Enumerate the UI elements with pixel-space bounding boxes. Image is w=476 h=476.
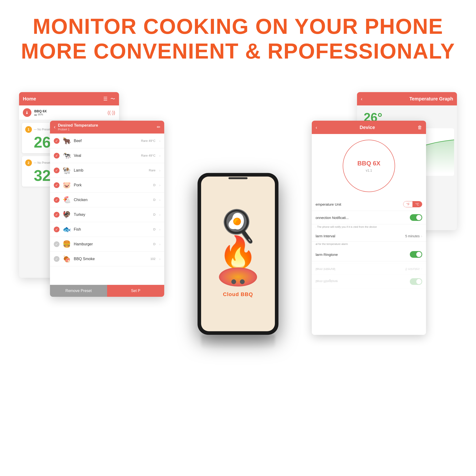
fire-emoji: 🔥 xyxy=(219,237,257,268)
check-turkey: ✓ xyxy=(54,212,60,218)
probe-1-preset: — No Preset xyxy=(34,128,50,131)
chevron-fish: › xyxy=(159,227,160,231)
fish-temp: D xyxy=(153,227,155,231)
ringtone-row: larm Ringtone xyxy=(312,248,426,261)
desired-header: ‹ Desired Temperature Probe# 1 ✏ xyxy=(50,121,164,134)
meat-row-hamburger[interactable]: ✓ 🍔 Hamburger D › xyxy=(50,237,164,252)
graph-title: Temperature Graph xyxy=(409,96,453,102)
veal-name: Veal xyxy=(74,153,138,158)
device-back-button[interactable]: ‹ xyxy=(316,125,317,130)
desired-title-block: Desired Temperature Probe# 1 xyxy=(58,123,154,131)
beef-name: Beef xyxy=(74,139,138,143)
set-preset-button[interactable]: Set P xyxy=(107,285,164,297)
cloud-bbq-label: Cloud BBQ xyxy=(223,291,253,298)
desired-screen: ‹ Desired Temperature Probe# 1 ✏ ✓ 🐂 Bee… xyxy=(50,121,164,297)
center-phone: 🍳 🔥 Cloud BBQ xyxy=(198,173,278,349)
turkey-icon: 🦃 xyxy=(62,211,71,219)
headline-line1: MONITOR COOKING ON YOUR PHONE xyxy=(33,15,443,38)
chevron-turkey: › xyxy=(159,213,160,217)
meat-row-beef[interactable]: ✓ 🐂 Beef Rare 49°C › xyxy=(50,134,164,148)
meat-row-veal[interactable]: ✓ 🐄 Veal Rare 49°C › xyxy=(50,148,164,163)
meat-row-turkey[interactable]: ✓ 🦃 Turkey D › xyxy=(50,207,164,222)
menu-icon[interactable]: ☰ xyxy=(103,96,108,102)
battery-pct: 95% xyxy=(38,113,43,116)
thermometer-icon: 🌡 xyxy=(23,108,32,117)
chevron-veal: › xyxy=(159,154,160,157)
graph-app-bar: ‹ Temperature Graph xyxy=(357,92,457,105)
beef-temp: Rare 49°C xyxy=(141,139,155,143)
header: MONITOR COOKING ON YOUR PHONE MORE CONVE… xyxy=(0,0,476,73)
graph-back-button[interactable]: ‹ xyxy=(361,96,362,102)
check-hamburger: ✓ xyxy=(54,241,60,247)
chicken-temp: D xyxy=(153,198,155,202)
chevron-chicken: › xyxy=(159,198,160,202)
pork-icon: 🐷 xyxy=(62,181,71,189)
delete-icon[interactable]: 🗑 xyxy=(417,125,422,130)
bbq-icon: 🍖 xyxy=(62,255,71,263)
celsius-button[interactable]: °C xyxy=(412,201,422,207)
fish-name: Fish xyxy=(74,227,151,232)
check-beef: ✓ xyxy=(54,138,60,144)
wheel-right xyxy=(240,279,245,284)
turkey-name: Turkey xyxy=(74,213,151,217)
battery-icon: ▬ xyxy=(34,113,37,116)
reflection-interval: larm Interval 5 minutes › xyxy=(312,264,426,275)
desired-subtitle: Probe# 1 xyxy=(58,128,154,131)
probe-2-preset: — No Preset xyxy=(34,161,50,165)
chevron-pork: › xyxy=(159,183,160,187)
reflection-ringtone: larm Ringtone xyxy=(312,275,426,288)
edit-icon[interactable]: ✏ xyxy=(157,124,160,130)
check-bbq: ✓ xyxy=(54,256,60,262)
probe-2-badge: 2 xyxy=(25,159,32,166)
device-row: 🌡 BBQ 6X ▬ 95% ((·)) xyxy=(19,105,119,120)
hamburger-temp: D xyxy=(153,242,155,246)
chicken-name: Chicken xyxy=(74,198,151,202)
chevron-lamb: › xyxy=(159,169,160,172)
lamb-temp: Rare xyxy=(149,169,155,172)
lamb-name: Lamb xyxy=(74,168,146,172)
meat-row-lamb[interactable]: ✓ 🐏 Lamb Rare › xyxy=(50,163,164,178)
lamb-icon: 🐏 xyxy=(62,166,71,174)
alarm-interval-chevron[interactable]: › xyxy=(421,234,422,238)
temp-unit-toggle[interactable]: °F °C xyxy=(403,201,422,207)
device-name: BBQ 6X xyxy=(34,109,105,113)
device-circle-name: BBQ 6X xyxy=(357,160,381,167)
phone-screen: 🍳 🔥 Cloud BBQ xyxy=(201,177,275,331)
device-info: BBQ 6X ▬ 95% xyxy=(34,109,105,116)
connection-toggle[interactable] xyxy=(410,214,422,221)
graph-icon[interactable]: 〜 xyxy=(110,96,115,102)
pork-name: Pork xyxy=(74,183,151,187)
device-screen: ‹ Device 🗑 BBQ 6X v1.1 emperature Unit °… xyxy=(312,121,426,335)
meat-row-bbq-smoke[interactable]: ✓ 🍖 BBQ Smoke 102 › xyxy=(50,252,164,266)
reflection-rows: larm Ringtone larm Interval 5 minutes › xyxy=(312,264,426,289)
home-title: Home xyxy=(23,96,36,102)
beef-icon: 🐂 xyxy=(62,137,71,145)
fahrenheit-button[interactable]: °F xyxy=(403,201,412,207)
phone-reflection xyxy=(201,335,275,349)
temp-unit-row: emperature Unit °F °C xyxy=(312,198,426,211)
check-fish: ✓ xyxy=(54,227,60,232)
device-app-bar: ‹ Device 🗑 xyxy=(312,121,426,134)
alarm-interval-label: larm Interval xyxy=(316,234,405,238)
meat-row-fish[interactable]: ✓ 🐟 Fish D › xyxy=(50,222,164,237)
screens-area: Home ☰ 〜 🌡 BBQ 6X ▬ 95% ((·)) 1 — No Pre… xyxy=(0,73,476,442)
turkey-temp: D xyxy=(153,213,155,216)
check-veal: ✓ xyxy=(54,153,60,158)
wifi-icon[interactable]: ((·)) xyxy=(108,110,115,116)
meat-row-chicken[interactable]: ✓ 🐔 Chicken D › xyxy=(50,192,164,207)
grill-body xyxy=(219,268,257,287)
check-lamb: ✓ xyxy=(54,168,60,173)
headline: MONITOR COOKING ON YOUR PHONE MORE CONVE… xyxy=(19,14,457,64)
phone-body: 🍳 🔥 Cloud BBQ xyxy=(198,173,278,335)
back-button[interactable]: ‹ xyxy=(54,124,55,130)
connection-label: onnection Notificati... xyxy=(316,216,410,220)
alarm-interval-note: al for the temperature alarm xyxy=(312,241,426,248)
veal-temp: Rare 49°C xyxy=(141,154,155,157)
remove-preset-button[interactable]: Remove Preset xyxy=(50,285,107,297)
hamburger-name: Hamburger xyxy=(74,242,151,246)
home-app-bar: Home ☰ 〜 xyxy=(19,92,119,105)
meat-row-pork[interactable]: ✓ 🐷 Pork D › xyxy=(50,178,164,192)
alarm-interval-value: 5 minutes xyxy=(405,234,420,238)
ringtone-toggle[interactable] xyxy=(410,251,422,258)
chevron-hamburger: › xyxy=(159,242,160,246)
